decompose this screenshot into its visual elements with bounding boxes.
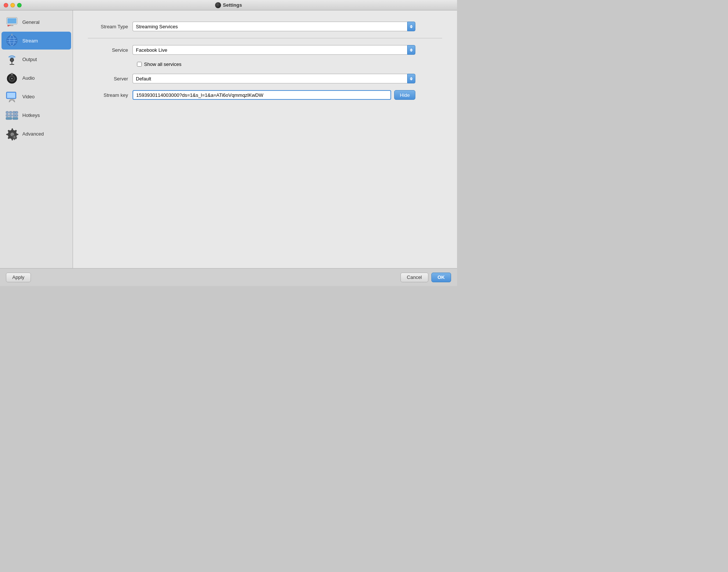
- sidebar-item-video[interactable]: Video: [1, 88, 71, 105]
- svg-rect-24: [9, 100, 15, 101]
- close-button[interactable]: [4, 3, 8, 7]
- service-control: Facebook Live: [132, 45, 415, 55]
- sidebar: General Stream: [0, 10, 73, 268]
- svg-rect-23: [10, 99, 14, 100]
- svg-line-26: [13, 101, 15, 102]
- svg-rect-36: [13, 117, 18, 120]
- stream-key-input-wrapper: Hide: [132, 90, 415, 100]
- svg-rect-28: [9, 111, 12, 114]
- stream-type-select-arrow[interactable]: [407, 22, 415, 31]
- divider-1: [88, 38, 442, 38]
- sidebar-item-stream[interactable]: Stream: [1, 32, 71, 50]
- svg-point-38: [14, 136, 15, 138]
- maximize-button[interactable]: [17, 3, 22, 7]
- svg-line-25: [9, 101, 10, 102]
- sidebar-item-advanced[interactable]: Advanced: [1, 125, 71, 143]
- app-icon: [215, 2, 221, 8]
- stream-type-label: Stream Type: [88, 24, 132, 29]
- server-row: Server Default: [88, 74, 442, 83]
- minimize-button[interactable]: [10, 3, 15, 7]
- svg-point-13: [11, 59, 13, 61]
- server-control: Default: [132, 74, 415, 83]
- server-select-wrapper: Default: [132, 74, 415, 83]
- stream-key-row: Stream key Hide: [88, 90, 442, 100]
- svg-rect-31: [9, 114, 12, 117]
- svg-rect-30: [6, 114, 9, 117]
- svg-rect-33: [15, 111, 18, 114]
- show-all-services-label[interactable]: Show all services: [144, 61, 181, 67]
- server-label: Server: [88, 76, 132, 82]
- service-label: Service: [88, 47, 132, 53]
- svg-rect-20: [11, 73, 13, 75]
- hide-button[interactable]: Hide: [394, 90, 415, 100]
- audio-icon: [5, 71, 19, 85]
- sidebar-item-hotkeys[interactable]: Hotkeys: [1, 106, 71, 124]
- titlebar: Settings: [0, 0, 457, 10]
- stream-key-label: Stream key: [88, 92, 132, 98]
- service-select-arrow[interactable]: [407, 45, 415, 55]
- arrow-up-icon: [410, 77, 413, 79]
- arrow-down-icon: [410, 79, 413, 80]
- advanced-icon: [5, 127, 19, 140]
- server-select-arrow[interactable]: [407, 74, 415, 83]
- ok-button[interactable]: OK: [431, 273, 451, 282]
- show-all-services-checkbox[interactable]: [137, 62, 142, 67]
- arrow-up-icon: [410, 25, 413, 26]
- stream-type-control: Streaming Services: [132, 22, 415, 31]
- stream-icon: [5, 34, 19, 47]
- sidebar-label-video: Video: [22, 94, 35, 99]
- svg-point-11: [12, 34, 13, 35]
- hotkeys-icon: [5, 108, 19, 122]
- main-layout: General Stream: [0, 10, 457, 268]
- server-select[interactable]: Default: [132, 74, 407, 83]
- service-select-wrapper: Facebook Live: [132, 45, 415, 55]
- arrow-down-icon: [410, 50, 413, 52]
- sidebar-label-output: Output: [22, 57, 37, 62]
- bottom-left: Apply: [6, 273, 31, 282]
- svg-rect-35: [6, 117, 12, 120]
- show-all-services-row: Show all services: [137, 61, 442, 67]
- stream-key-input[interactable]: [132, 90, 391, 100]
- bottom-right: Cancel OK: [400, 273, 451, 282]
- sidebar-label-audio: Audio: [22, 75, 35, 81]
- traffic-lights: [4, 3, 22, 7]
- service-row: Service Facebook Live: [88, 45, 442, 55]
- arrow-up-icon: [410, 48, 413, 50]
- svg-rect-34: [15, 114, 18, 117]
- content-area: Stream Type Streaming Services Service: [73, 10, 457, 268]
- sidebar-label-stream: Stream: [22, 38, 38, 44]
- apply-button[interactable]: Apply: [6, 273, 31, 282]
- stream-type-select-wrapper: Streaming Services: [132, 22, 415, 31]
- sidebar-item-output[interactable]: Output: [1, 50, 71, 68]
- bottom-bar: Apply Cancel OK: [0, 268, 457, 286]
- sidebar-item-audio[interactable]: Audio: [1, 69, 71, 87]
- stream-type-row: Stream Type Streaming Services: [88, 22, 442, 31]
- sidebar-item-general[interactable]: General: [1, 13, 71, 31]
- svg-rect-27: [6, 111, 9, 114]
- svg-rect-32: [13, 114, 15, 117]
- video-icon: [5, 90, 19, 103]
- output-icon: [5, 53, 19, 66]
- svg-rect-1: [7, 18, 16, 23]
- general-icon: [5, 15, 19, 29]
- sidebar-label-general: General: [22, 19, 39, 25]
- sidebar-label-advanced: Advanced: [22, 131, 44, 137]
- cancel-button[interactable]: Cancel: [400, 273, 428, 282]
- svg-point-19: [11, 78, 13, 79]
- svg-rect-29: [13, 111, 15, 114]
- svg-rect-22: [7, 93, 15, 98]
- window-title: Settings: [215, 2, 242, 8]
- arrow-down-icon: [410, 27, 413, 28]
- service-select[interactable]: Facebook Live: [132, 45, 407, 55]
- svg-rect-2: [10, 25, 13, 26]
- svg-point-4: [7, 25, 9, 26]
- stream-type-select[interactable]: Streaming Services: [132, 22, 407, 31]
- sidebar-label-hotkeys: Hotkeys: [22, 112, 40, 118]
